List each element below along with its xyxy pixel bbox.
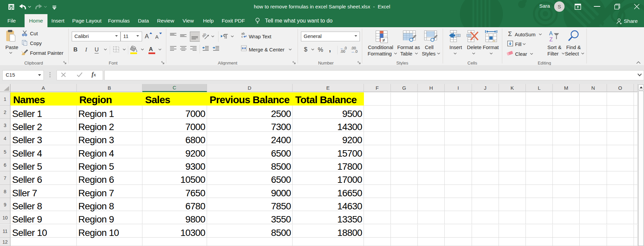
svg-text:c: c [241,35,243,38]
svg-text:Z: Z [549,37,553,42]
svg-text:≠: ≠ [382,37,385,43]
svg-text:A: A [549,31,553,36]
